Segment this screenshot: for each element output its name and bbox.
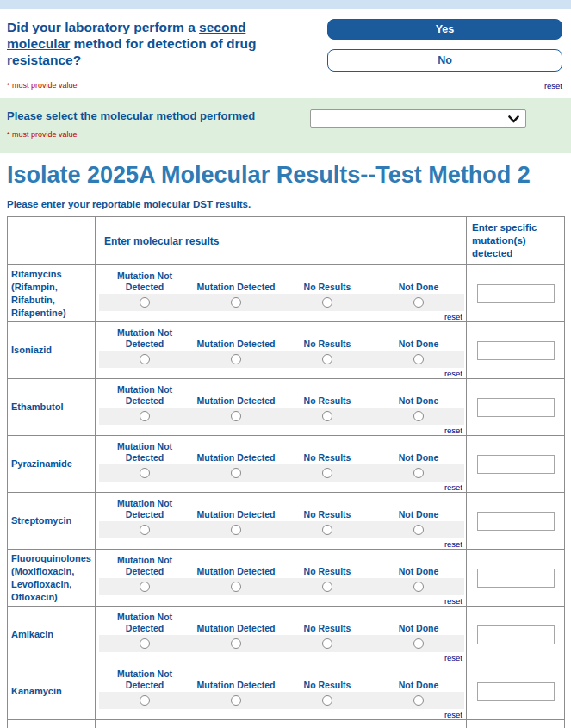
radio-mutation-not-detected[interactable] [140,468,150,478]
reset-link[interactable]: reset [444,426,462,435]
method-select[interactable] [311,111,525,128]
radio-not-done[interactable] [413,695,424,706]
radio-not-done[interactable] [413,638,424,649]
option-labels: Mutation Not Detected Mutation Detected … [99,497,464,520]
mutation-input[interactable] [477,512,555,531]
yes-button[interactable]: Yes [327,19,562,40]
radio-not-done[interactable] [413,525,424,535]
radio-not-done[interactable] [413,411,424,421]
option-labels: Mutation Not Detected Mutation Detected … [99,270,464,292]
reset-link[interactable]: reset [444,369,462,378]
radio-no-results[interactable] [322,638,332,649]
radio-mutation-detected[interactable] [231,354,241,364]
previous-question-strip [0,0,571,9]
radio-no-results[interactable] [322,468,332,478]
option-labels: Mutation Not Detected Mutation Detected … [99,440,464,463]
option-labels: Mutation Not Detected Mutation Detected … [99,611,464,633]
option-label: Mutation Not Detected [99,612,190,633]
radio-mutation-not-detected[interactable] [140,695,150,706]
radio-mutation-detected[interactable] [231,582,241,592]
radio-mutation-detected[interactable] [231,468,241,478]
radio-strip [99,294,464,311]
option-labels: Mutation Not Detected Mutation Detected … [99,327,464,349]
radio-mutation-detected[interactable] [231,638,241,649]
drug-name: Rifamycins (Rifampin, Rifabutin, Rifapen… [8,265,96,322]
option-label: Not Done [373,680,464,691]
option-label: Not Done [373,509,464,520]
radio-no-results[interactable] [322,525,332,535]
option-label: Not Done [373,452,464,464]
radio-mutation-detected[interactable] [231,525,241,535]
drug-name: Isoniazid [8,322,96,379]
mutation-input[interactable] [477,682,555,701]
drug-header-cell [8,217,96,265]
option-label: Not Done [373,623,464,634]
drug-name: Amikacin [8,607,96,663]
reset-link[interactable]: reset [444,596,462,606]
mutation-input[interactable] [477,398,555,417]
radio-no-results[interactable] [322,582,332,592]
reset-link[interactable]: reset [444,710,462,719]
radio-mutation-not-detected[interactable] [140,411,150,421]
radio-mutation-detected[interactable] [231,695,241,706]
mutation-input[interactable] [477,625,555,644]
option-label: Mutation Detected [190,623,282,634]
radio-mutation-detected[interactable] [231,297,241,308]
radio-not-done[interactable] [413,582,424,592]
radio-no-results[interactable] [322,354,332,364]
option-label: No Results [282,282,373,293]
radio-not-done[interactable] [413,468,424,478]
option-label: Mutation Detected [190,680,282,691]
reset-link[interactable]: reset [444,539,462,549]
mutation-header: Enter specific mutation(s) detected [467,217,565,265]
table-row: Isoniazid Mutation Not Detected Mutation… [8,322,565,379]
drug-name: Fluoroquinolones (Moxifloxacin, Levoflox… [8,550,96,607]
radio-no-results[interactable] [322,411,332,421]
table-row: Ethambutol Mutation Not Detected Mutatio… [8,379,565,436]
mutation-input[interactable] [477,284,555,303]
option-label: No Results [282,566,373,577]
question-method-select: Please select the molecular method perfo… [0,98,571,153]
table-header-row: Enter molecular results Enter specific m… [8,217,565,265]
radio-mutation-not-detected[interactable] [140,638,150,649]
table-row: Amikacin Mutation Not Detected Mutation … [8,607,565,663]
radio-not-done[interactable] [413,354,424,364]
table-row: Streptomycin Mutation Not Detected Mutat… [8,493,565,550]
option-label: Mutation Not Detected [99,327,190,349]
radio-mutation-detected[interactable] [231,411,241,421]
radio-no-results[interactable] [322,695,332,706]
option-label: Not Done [373,395,464,407]
reset-link[interactable]: reset [444,653,462,663]
option-label: No Results [282,509,373,520]
question-label: Did your laboratory perform a second mol… [7,19,301,68]
radio-strip [99,635,464,652]
reset-link[interactable]: reset [544,81,562,90]
radio-not-done[interactable] [413,297,424,308]
option-label: No Results [282,452,373,464]
option-label: No Results [282,623,373,634]
drug-name: Kanamycin [8,663,96,720]
table-row: Fluoroquinolones (Moxifloxacin, Levoflox… [8,550,565,607]
option-label: No Results [282,395,373,407]
mutation-input[interactable] [477,341,555,360]
radio-mutation-not-detected[interactable] [140,582,150,592]
mutation-input[interactable] [477,569,555,588]
reset-link[interactable]: reset [444,482,462,492]
results-header: Enter molecular results [96,217,467,265]
option-label: Mutation Detected [190,566,282,577]
radio-mutation-not-detected[interactable] [140,354,150,364]
radio-no-results[interactable] [322,297,332,308]
option-label: Not Done [373,566,464,577]
no-button[interactable]: No [327,49,562,72]
drug-name: Pyrazinamide [8,436,96,493]
radio-mutation-not-detected[interactable] [140,297,150,308]
option-label: Mutation Not Detected [99,555,190,576]
table-row: Kanamycin Mutation Not Detected Mutation… [8,663,565,720]
option-label: Mutation Not Detected [99,669,190,690]
reset-link[interactable]: reset [444,312,462,321]
table-row-partial [8,720,565,728]
mutation-input[interactable] [477,455,555,474]
radio-mutation-not-detected[interactable] [140,525,150,535]
molecular-results-table: Enter molecular results Enter specific m… [7,216,565,728]
radio-strip [99,521,464,538]
